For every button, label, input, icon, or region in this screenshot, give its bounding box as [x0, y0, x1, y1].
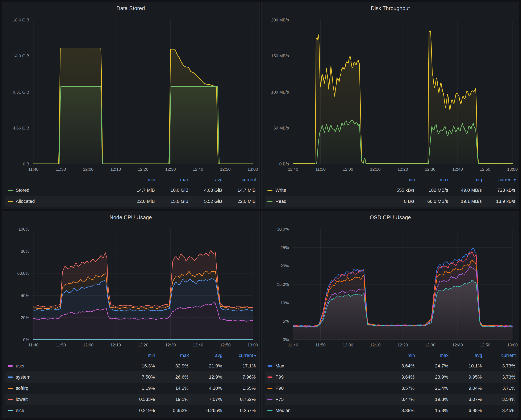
series-label[interactable]: Max	[275, 363, 284, 369]
legend-sort-min[interactable]: min	[381, 353, 415, 358]
legend-header-row: minmaxavgcurrent	[265, 351, 516, 360]
time-series-plot[interactable]	[262, 224, 519, 350]
legend-sort-min[interactable]: min	[122, 177, 155, 182]
panel-title[interactable]: OSD CPU Usage	[370, 214, 411, 220]
stat-avg: 8.07%	[448, 397, 482, 402]
stat-max: 0.352%	[155, 408, 188, 413]
legend-sort-max[interactable]: max	[415, 177, 448, 182]
x-axis-label: 12:10	[361, 166, 390, 172]
stat-avg: 9.04%	[448, 386, 482, 391]
series-label[interactable]: Allocated	[16, 199, 35, 204]
series-label[interactable]: softirq	[16, 386, 28, 391]
x-axis-label: 13:00	[238, 342, 260, 348]
legend-series: system	[6, 374, 121, 380]
panel-header[interactable]: Data Stored	[2, 2, 259, 15]
y-axis-label: 100%	[2, 226, 29, 232]
panel-disk-throughput: Disk Throughput 0 B/s50 MB/s100 MB/s150 …	[261, 2, 519, 209]
legend-sort-current[interactable]: current	[222, 177, 256, 182]
series-label[interactable]: user	[16, 363, 25, 369]
stat-max: 21.4%	[414, 386, 448, 391]
sort-caret-icon: ▾	[513, 178, 516, 182]
x-axis-label: 11:40	[19, 166, 48, 172]
series-color-swatch	[267, 201, 272, 202]
legend-series: P75	[265, 397, 381, 402]
stat-avg: 19.1 MB/s	[448, 199, 482, 204]
stat-avg: 5.52 GiB	[188, 199, 222, 204]
y-axis-label: 5%	[262, 318, 289, 324]
series-label[interactable]: Read	[275, 199, 286, 204]
legend-series: Max	[265, 363, 381, 369]
panel-title[interactable]: Data Stored	[116, 5, 145, 11]
stat-min: 1.19%	[121, 386, 155, 391]
legend-sort-avg[interactable]: avg	[448, 177, 482, 182]
legend-sort-min[interactable]: min	[122, 353, 155, 358]
x-axis-label: 12:40	[183, 166, 213, 172]
x-axis-label: 12:10	[101, 166, 131, 172]
series-label[interactable]: P90	[275, 386, 284, 391]
legend-row-system: system7.50%26.6%12.9%7.96%	[5, 371, 256, 382]
x-axis-label: 11:50	[306, 166, 335, 172]
stat-min: 0.219%	[121, 408, 155, 413]
legend-header-row: minmaxavgcurrent ▾	[265, 175, 516, 185]
x-axis-label: 12:20	[128, 166, 158, 172]
stat-min: 3.64%	[381, 374, 414, 380]
stat-max: 24.7%	[414, 363, 448, 369]
x-axis-label: 12:50	[470, 166, 500, 172]
stat-avg: 10.1%	[448, 363, 482, 369]
legend-sort-current[interactable]: current	[482, 353, 516, 358]
legend-sort-current[interactable]: current ▾	[222, 353, 256, 358]
legend-sort-current[interactable]: current ▾	[482, 177, 516, 182]
stat-min: 0.333%	[121, 397, 155, 402]
stat-current: 17.1%	[222, 363, 256, 369]
legend-sort-avg[interactable]: avg	[448, 353, 482, 358]
x-axis-label: 12:20	[388, 342, 418, 348]
legend-series: user	[6, 363, 121, 369]
sort-caret-icon: ▾	[253, 353, 256, 358]
time-series-plot[interactable]	[262, 15, 519, 174]
series-label[interactable]: Median	[275, 408, 291, 413]
x-axis-label: 12:40	[443, 342, 472, 348]
panel-title[interactable]: Disk Throughput	[371, 5, 410, 11]
stat-min: 555 kB/s	[381, 188, 414, 193]
legend-header-row: minmaxavgcurrent	[5, 175, 256, 185]
series-label[interactable]: Stored	[16, 188, 29, 193]
stat-min: 7.50%	[121, 374, 155, 380]
x-axis-label: 13:00	[238, 166, 260, 172]
stat-avg: 49.0 MB/s	[448, 188, 482, 193]
y-axis-label: 25%	[262, 245, 289, 250]
time-series-plot[interactable]	[2, 15, 259, 174]
legend-series: nice	[6, 408, 121, 413]
legend-row-read: Read0 B/s66.0 MB/s19.1 MB/s13.9 kB/s	[265, 196, 516, 207]
stat-avg: 21.9%	[188, 363, 222, 369]
legend-sort-max[interactable]: max	[155, 353, 189, 358]
legend-sort-avg[interactable]: avg	[189, 353, 222, 358]
chart-area: 0 B/s50 MB/s100 MB/s150 MB/s200 MB/s11:4…	[262, 15, 519, 174]
x-axis-label: 12:30	[156, 342, 185, 348]
legend-sort-max[interactable]: max	[155, 177, 189, 182]
legend-sort-avg[interactable]: avg	[189, 177, 222, 182]
legend: minmaxavgcurrent ▾ user16.3%32.9%21.9%17…	[2, 350, 259, 418]
stat-current: 7.96%	[222, 374, 256, 380]
dashboard-grid: Data Stored 0 B4.66 GiB9.31 GiB14.0 GiB1…	[0, 0, 521, 420]
y-axis-label: 20%	[262, 263, 289, 269]
time-series-plot[interactable]	[2, 224, 259, 350]
panel-header[interactable]: Disk Throughput	[262, 2, 519, 15]
x-axis-label: 12:00	[73, 342, 103, 348]
y-axis-label: 15.0%	[262, 282, 289, 287]
panel-header[interactable]: Node CPU Usage	[2, 211, 259, 224]
series-label[interactable]: nice	[16, 408, 24, 413]
legend-sort-min[interactable]: min	[381, 177, 415, 182]
panel-header[interactable]: OSD CPU Usage	[262, 211, 519, 224]
series-label[interactable]: P99	[275, 374, 284, 380]
stat-current: 723 kB/s	[482, 188, 515, 193]
series-label[interactable]: iowait	[16, 397, 28, 402]
panel-title[interactable]: Node CPU Usage	[110, 214, 152, 220]
stat-min: 16.3%	[121, 363, 155, 369]
series-label[interactable]: Write	[275, 188, 286, 193]
x-axis-label: 12:20	[128, 342, 158, 348]
legend-sort-max[interactable]: max	[415, 353, 448, 358]
x-axis-label: 12:20	[388, 166, 418, 172]
stat-min: 3.64%	[381, 363, 414, 369]
series-label[interactable]: system	[16, 374, 30, 380]
series-label[interactable]: P75	[275, 397, 284, 402]
